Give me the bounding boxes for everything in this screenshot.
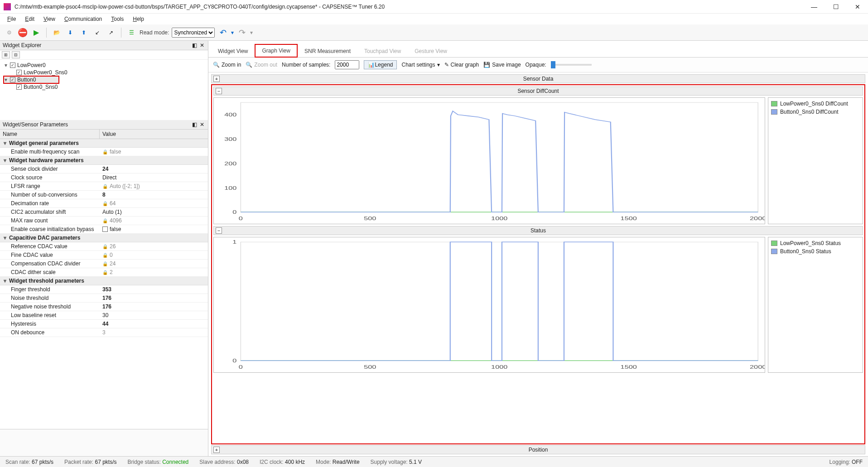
- upload-icon[interactable]: ⬆: [78, 27, 89, 38]
- lock-icon: 🔒: [102, 261, 108, 266]
- expand-icon[interactable]: +: [213, 76, 220, 82]
- opaque-slider[interactable]: [551, 64, 592, 66]
- lock-icon: 🔒: [102, 252, 108, 258]
- expand-all-icon[interactable]: ⊞: [2, 51, 10, 58]
- app-icon: [4, 3, 11, 10]
- close-panel-icon[interactable]: ✕: [199, 42, 205, 48]
- section-sensor-data[interactable]: + Sensor Data: [211, 74, 865, 83]
- undock-icon[interactable]: ◧: [191, 42, 198, 48]
- param-group[interactable]: ▾Widget hardware parameters: [0, 156, 208, 165]
- right-panel: Widget View Graph View SNR Measurement T…: [208, 41, 868, 456]
- clear-graph-button[interactable]: ✎Clear graph: [444, 62, 479, 68]
- param-row[interactable]: Sense clock divider24: [0, 165, 208, 173]
- param-row[interactable]: Low baseline reset30: [0, 311, 208, 320]
- import-icon[interactable]: ↙: [92, 27, 103, 38]
- tab-touchpad: Touchpad View: [357, 45, 408, 57]
- param-row[interactable]: MAX raw count🔒4096: [0, 217, 208, 225]
- undo-icon[interactable]: ↶: [217, 27, 228, 38]
- diffcount-chart[interactable]: 01002003004000500100015002000: [213, 97, 765, 224]
- tree-node-lowpower0-sns0[interactable]: ✓ LowPower0_Sns0: [4, 69, 204, 76]
- section-status[interactable]: − Status: [213, 226, 863, 235]
- checkbox[interactable]: ✓: [10, 77, 15, 82]
- param-row[interactable]: Negative noise threshold176: [0, 303, 208, 311]
- readmode-select[interactable]: Synchronized: [172, 28, 215, 38]
- section-position[interactable]: + Position: [211, 445, 865, 454]
- param-row[interactable]: LFSR range🔒Auto ([-2; 1]): [0, 182, 208, 191]
- param-row[interactable]: ON debounce3: [0, 328, 208, 337]
- widget-explorer-toolbar: ⊞ ⊟: [0, 50, 208, 60]
- param-row[interactable]: Enable coarse initialization bypassfalse: [0, 225, 208, 234]
- redo-icon[interactable]: ↷: [236, 27, 247, 38]
- param-row[interactable]: Fine CDAC value🔒0: [0, 251, 208, 260]
- checkbox[interactable]: ✓: [16, 84, 22, 90]
- menu-communication[interactable]: Communication: [61, 15, 106, 23]
- download-icon[interactable]: ⬇: [65, 27, 76, 38]
- param-row[interactable]: Finger threshold353: [0, 285, 208, 294]
- play-icon[interactable]: ▶: [31, 27, 42, 38]
- export-icon[interactable]: ↗: [106, 27, 116, 38]
- window-title: C:/mtw/mtb-example-psoc4-msclp-low-power…: [14, 4, 807, 10]
- menu-edit[interactable]: Edit: [21, 15, 38, 23]
- menu-help[interactable]: Help: [129, 15, 148, 23]
- checkbox[interactable]: [102, 226, 108, 232]
- lock-icon: 🔒: [102, 183, 108, 189]
- tab-graph-view[interactable]: Graph View: [255, 44, 297, 58]
- collapse-all-icon[interactable]: ⊟: [12, 51, 20, 58]
- param-row[interactable]: Number of sub-conversions8: [0, 191, 208, 199]
- legend-button[interactable]: 📊Legend: [364, 60, 397, 69]
- chevron-down-icon[interactable]: ▾: [4, 77, 8, 83]
- num-samples-input[interactable]: [335, 60, 359, 69]
- close-panel-icon[interactable]: ✕: [199, 121, 205, 128]
- param-row[interactable]: Hysteresis44: [0, 320, 208, 328]
- params-header-row: Name Value: [0, 130, 208, 139]
- minimize-button[interactable]: —: [807, 2, 821, 11]
- zoom-in-button[interactable]: 🔍Zoom in: [213, 62, 241, 68]
- legend-item[interactable]: Button0_Sns0 DiffCount: [771, 109, 860, 115]
- checkbox[interactable]: ✓: [16, 70, 22, 75]
- param-row[interactable]: CDAC dither scale🔒2: [0, 268, 208, 277]
- save-image-button[interactable]: 💾Save image: [483, 62, 521, 68]
- close-button[interactable]: ✕: [851, 2, 864, 11]
- section-diffcount[interactable]: − Sensor DiffCount: [213, 87, 863, 96]
- collapse-icon[interactable]: −: [216, 227, 222, 234]
- highlighted-chart-region: − Sensor DiffCount 010020030040005001000…: [211, 84, 865, 444]
- tree-node-lowpower0[interactable]: ▾ ✓ LowPower0: [4, 62, 204, 69]
- menu-view[interactable]: View: [40, 15, 59, 23]
- folder-icon[interactable]: 📂: [51, 27, 62, 38]
- tab-widget-view[interactable]: Widget View: [211, 45, 255, 57]
- chart-settings-button[interactable]: Chart settings ▾: [401, 62, 439, 68]
- menubar: File Edit View Communication Tools Help: [0, 14, 868, 24]
- param-row[interactable]: CIC2 accumulator shiftAuto (1): [0, 208, 208, 217]
- chevron-down-icon[interactable]: ▾: [4, 62, 8, 68]
- param-row[interactable]: Clock sourceDirect: [0, 173, 208, 182]
- zoom-out-button: 🔍Zoom out: [246, 62, 277, 68]
- lock-icon: 🔒: [102, 201, 108, 206]
- maximize-button[interactable]: ☐: [829, 2, 843, 11]
- checkbox[interactable]: ✓: [10, 63, 15, 68]
- tree-node-button0-sns0[interactable]: ✓ Button0_Sns0: [4, 83, 204, 91]
- params-panel: Widget/Sensor Parameters ◧✕ Name Value ▾…: [0, 120, 208, 456]
- param-group[interactable]: ▾Widget threshold parameters: [0, 277, 208, 285]
- param-row[interactable]: Noise threshold176: [0, 294, 208, 303]
- legend-item[interactable]: LowPower0_Sns0 Status: [771, 240, 860, 246]
- stop-icon[interactable]: ⛔: [17, 27, 28, 38]
- param-row[interactable]: Compensation CDAC divider🔒24: [0, 260, 208, 268]
- collapse-icon[interactable]: −: [216, 88, 222, 94]
- undock-icon[interactable]: ◧: [191, 121, 198, 128]
- legend-item[interactable]: Button0_Sns0 Status: [771, 248, 860, 255]
- status-chart[interactable]: 010500100015002000: [213, 237, 765, 373]
- legend-item[interactable]: LowPower0_Sns0 DiffCount: [771, 101, 860, 107]
- gear-icon[interactable]: ⚙: [4, 27, 14, 38]
- param-row[interactable]: Decimation rate🔒64: [0, 199, 208, 208]
- param-row[interactable]: Enable multi-frequency scan🔒false: [0, 148, 208, 156]
- tree-node-button0[interactable]: ▾ ✓ Button0: [4, 76, 59, 83]
- param-group[interactable]: ▾Widget general parameters: [0, 139, 208, 148]
- expand-icon[interactable]: +: [213, 447, 220, 453]
- svg-text:1000: 1000: [491, 364, 507, 370]
- list-icon[interactable]: ☰: [126, 27, 137, 38]
- param-row[interactable]: Reference CDAC value🔒26: [0, 242, 208, 251]
- tab-snr[interactable]: SNR Measurement: [298, 45, 357, 57]
- param-group[interactable]: ▾Capacitive DAC parameters: [0, 234, 208, 242]
- menu-file[interactable]: File: [4, 15, 19, 23]
- menu-tools[interactable]: Tools: [107, 15, 127, 23]
